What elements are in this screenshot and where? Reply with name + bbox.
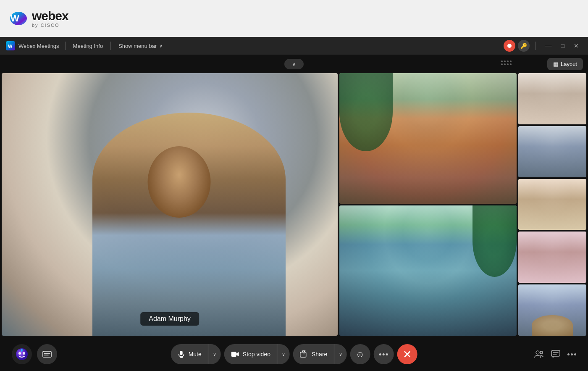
emoji-button[interactable]: ☺ (350, 344, 370, 364)
mute-label: Mute (189, 351, 202, 358)
meeting-info-button[interactable]: Meeting Info (67, 37, 109, 55)
separator-2 (110, 42, 111, 50)
layout-icon: ▦ (553, 61, 558, 67)
more-options-button[interactable] (567, 353, 576, 355)
participant-tile-3 (339, 205, 517, 336)
video-icon (231, 350, 239, 358)
bottom-right-controls (534, 349, 576, 359)
svg-rect-13 (180, 351, 183, 355)
main-speaker-tile: Adam Murphy (2, 73, 338, 336)
close-button[interactable]: ✕ (570, 42, 582, 50)
end-call-icon (403, 350, 411, 358)
svg-rect-23 (551, 350, 560, 356)
main-video-content (2, 73, 338, 336)
main-speaker-name: Adam Murphy (140, 312, 199, 326)
mute-group: Mute ∨ (171, 344, 221, 364)
separator-3 (536, 42, 536, 50)
mute-chevron[interactable]: ∨ (208, 344, 221, 364)
maximize-button[interactable]: □ (558, 42, 568, 50)
captions-icon (42, 350, 52, 359)
svg-rect-16 (231, 352, 236, 357)
share-group: Share ∨ (293, 344, 346, 364)
top-controls-row: ∨ ▦ Layout (0, 55, 588, 73)
share-label: Share (312, 351, 327, 358)
logo-cisco-text: by CISCO (32, 23, 68, 28)
share-chevron[interactable]: ∨ (334, 344, 346, 364)
webex-logo-icon: W (8, 11, 29, 26)
app-name-label: Webex Meetings (18, 43, 63, 49)
microphone-icon (178, 350, 185, 358)
lock-button[interactable]: 🔑 (518, 40, 530, 52)
logo-text-area: webex by CISCO (32, 10, 68, 28)
more-dot-3 (386, 353, 388, 355)
main-content: ∨ ▦ Layout Adam Murphy (0, 55, 588, 337)
minimize-button[interactable]: — (542, 41, 555, 50)
stop-video-label: Stop video (243, 351, 270, 358)
video-area: Adam Murphy (0, 73, 588, 337)
record-button[interactable] (504, 40, 515, 52)
strip-column (518, 73, 586, 336)
svg-text:W: W (8, 44, 13, 49)
titlebar: W webex by CISCO (0, 0, 588, 37)
end-call-button[interactable] (397, 344, 417, 364)
strip-tile-3 (518, 179, 586, 230)
svg-point-8 (21, 349, 23, 351)
svg-point-6 (18, 352, 21, 355)
more-opt-dot-1 (567, 353, 570, 355)
middle-grid (339, 73, 517, 336)
chat-icon (551, 349, 561, 359)
svg-point-7 (23, 352, 25, 355)
svg-point-4 (507, 44, 512, 48)
svg-point-21 (536, 351, 539, 354)
menubar-left: W Webex Meetings Meeting Info Show menu … (6, 37, 504, 55)
ai-bot-icon (15, 347, 29, 361)
share-icon (300, 350, 308, 358)
stop-video-chevron[interactable]: ∨ (277, 344, 290, 364)
logo-area: W webex by CISCO (8, 10, 68, 28)
show-menu-bar-button[interactable]: Show menu bar ∨ (113, 37, 168, 55)
strip-tile-5 (518, 284, 586, 336)
logo-webex-text: webex (32, 10, 68, 22)
menubar: W Webex Meetings Meeting Info Show menu … (0, 37, 588, 55)
webex-icon-small: W (6, 41, 15, 50)
svg-text:W: W (10, 13, 19, 24)
participants-button[interactable] (534, 349, 544, 359)
participants-icon (534, 349, 544, 359)
menubar-right: 🔑 — □ ✕ (504, 40, 582, 52)
svg-rect-17 (300, 352, 306, 357)
layout-label: Layout (561, 61, 577, 67)
stop-video-button[interactable]: Stop video (224, 344, 277, 364)
stop-video-group: Stop video ∨ (224, 344, 290, 364)
collapse-chevron-icon: ∨ (292, 61, 296, 67)
svg-rect-10 (43, 351, 51, 357)
strip-tile-1 (518, 73, 586, 124)
ai-assistant-button[interactable] (12, 344, 32, 364)
center-controls: Mute ∨ Stop video ∨ (171, 344, 417, 364)
collapse-button[interactable]: ∨ (284, 59, 304, 69)
separator-1 (65, 42, 66, 50)
chat-captions-button[interactable] (37, 344, 57, 364)
svg-point-22 (540, 351, 543, 354)
mute-button[interactable]: Mute (171, 344, 208, 364)
drag-handle (501, 61, 512, 65)
bottom-left-controls (12, 344, 57, 364)
participant-tile-2 (339, 73, 517, 204)
more-dot-1 (379, 353, 381, 355)
bottom-bar: Mute ∨ Stop video ∨ (0, 337, 588, 371)
more-dot-2 (383, 353, 385, 355)
more-opt-dot-2 (571, 353, 573, 355)
strip-tile-2 (518, 126, 586, 177)
emoji-icon: ☺ (356, 350, 364, 359)
layout-button[interactable]: ▦ Layout (547, 58, 583, 70)
share-button[interactable]: Share (293, 344, 334, 364)
more-button[interactable] (373, 344, 394, 364)
chat-button[interactable] (551, 349, 561, 359)
more-opt-dot-3 (574, 353, 576, 355)
strip-tile-4 (518, 232, 586, 283)
